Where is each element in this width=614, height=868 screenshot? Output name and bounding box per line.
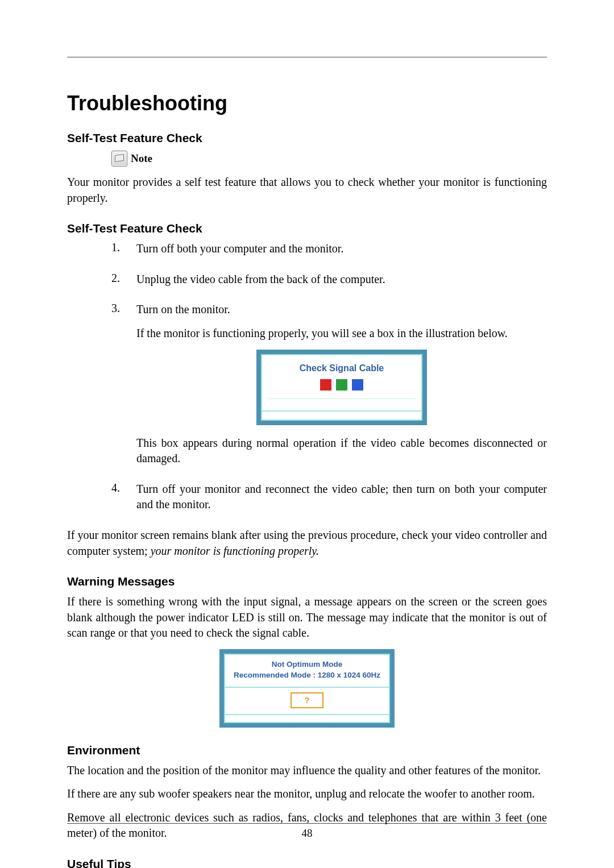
paragraph: The location and the position of the mon… [67, 763, 547, 779]
closing-italic: your monitor is functioning properly. [151, 545, 319, 557]
heading-environment: Environment [67, 744, 547, 757]
paragraph: If there are any sub woofer speakers nea… [67, 786, 547, 802]
step-subtext: This box appears during normal operation… [136, 435, 547, 467]
illustration-not-optimum: Not Optimum Mode Recommended Mode : 1280… [67, 649, 547, 728]
heading-useful-tips: Useful Tips [67, 857, 547, 868]
rgb-squares [265, 379, 418, 391]
step-number: 2. [111, 272, 124, 296]
illustration-check-signal: Check Signal Cable [136, 350, 547, 425]
page-title: Troubleshooting [67, 92, 547, 115]
heading-selftest-2: Self-Test Feature Check [67, 222, 547, 235]
note-label: Note [131, 152, 152, 165]
step-item: 2. Unplug the video cable from the back … [111, 272, 547, 296]
step-item: 4. Turn off your monitor and reconnect t… [111, 481, 547, 521]
step-number: 1. [111, 241, 124, 265]
ordered-steps: 1. Turn off both your computer and the m… [111, 241, 547, 521]
green-square-icon [336, 379, 347, 391]
step-text: Unplug the video cable from the back of … [136, 272, 547, 288]
paragraph: Your monitor provides a self test featur… [67, 175, 547, 206]
illustration-line2: Recommended Mode : 1280 x 1024 60Hz [227, 670, 387, 681]
red-square-icon [320, 379, 331, 391]
paragraph: If your monitor screen remains blank aft… [67, 528, 547, 559]
bottom-rule [67, 823, 547, 824]
blue-square-icon [352, 379, 363, 391]
heading-selftest-1: Self-Test Feature Check [67, 131, 547, 145]
step-text: Turn off your monitor and reconnect the … [136, 481, 547, 513]
step-number: 4. [111, 481, 124, 521]
heading-warning: Warning Messages [67, 575, 547, 588]
page-number: 48 [0, 827, 614, 840]
step-subtext: If the monitor is functioning properly, … [136, 326, 547, 342]
step-item: 3. Turn on the monitor. If the monitor i… [111, 302, 547, 474]
illustration-text: Check Signal Cable [265, 363, 418, 373]
note-icon [111, 151, 127, 167]
step-text: Turn on the monitor. [136, 302, 547, 318]
step-text: Turn off both your computer and the moni… [136, 241, 547, 257]
note-row: Note [111, 151, 547, 167]
question-button-icon: ? [291, 692, 323, 708]
page: Troubleshooting Self-Test Feature Check … [0, 0, 614, 868]
top-rule [67, 57, 547, 57]
step-number: 3. [111, 302, 124, 474]
illustration-line1: Not Optimum Mode [227, 659, 387, 670]
paragraph: If there is something wrong with the inp… [67, 594, 547, 641]
step-item: 1. Turn off both your computer and the m… [111, 241, 547, 265]
